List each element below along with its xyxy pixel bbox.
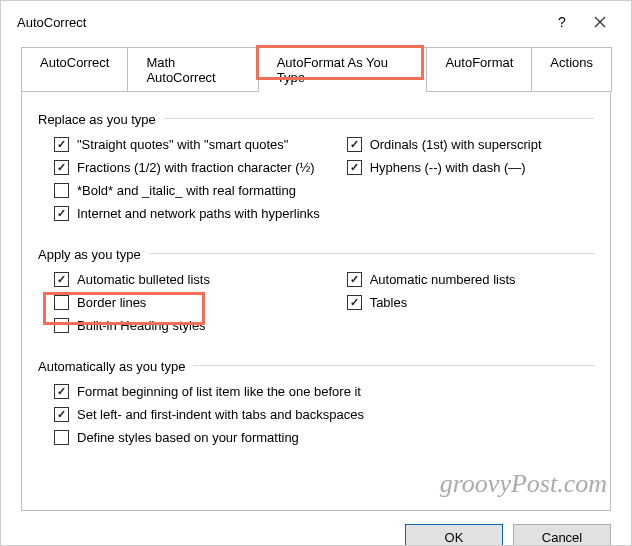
checkbox-border-lines[interactable]: Border lines bbox=[54, 295, 331, 310]
titlebar: AutoCorrect ? bbox=[1, 1, 631, 41]
checkbox-icon[interactable] bbox=[54, 407, 69, 422]
checkbox-icon[interactable] bbox=[54, 295, 69, 310]
checkbox-icon[interactable] bbox=[54, 272, 69, 287]
checkbox-ordinals[interactable]: Ordinals (1st) with superscript bbox=[347, 137, 594, 152]
checkbox-numbered-lists[interactable]: Automatic numbered lists bbox=[347, 272, 594, 287]
checkbox-set-indent[interactable]: Set left- and first-indent with tabs and… bbox=[54, 407, 594, 422]
checkbox-icon[interactable] bbox=[347, 272, 362, 287]
checkbox-tables[interactable]: Tables bbox=[347, 295, 594, 310]
checkbox-label: Set left- and first-indent with tabs and… bbox=[77, 407, 364, 422]
window-title: AutoCorrect bbox=[17, 15, 543, 30]
replace-right-column: Ordinals (1st) with superscript Hyphens … bbox=[331, 129, 594, 229]
checkbox-label: Ordinals (1st) with superscript bbox=[370, 137, 542, 152]
checkbox-label: Built-in Heading styles bbox=[77, 318, 206, 333]
checkbox-define-styles[interactable]: Define styles based on your formatting bbox=[54, 430, 594, 445]
close-icon bbox=[594, 16, 606, 28]
dialog-footer: OK Cancel bbox=[1, 524, 631, 546]
checkbox-heading-styles[interactable]: Built-in Heading styles bbox=[54, 318, 331, 333]
tab-autoformat-as-you-type[interactable]: AutoFormat As You Type bbox=[258, 47, 428, 92]
tab-panel: Replace as you type "Straight quotes" wi… bbox=[21, 91, 611, 511]
close-button[interactable] bbox=[581, 16, 619, 28]
divider bbox=[149, 253, 594, 254]
checkbox-straight-quotes[interactable]: "Straight quotes" with "smart quotes" bbox=[54, 137, 331, 152]
checkbox-label: *Bold* and _italic_ with real formatting bbox=[77, 183, 296, 198]
tab-autoformat[interactable]: AutoFormat bbox=[426, 47, 532, 92]
checkbox-icon[interactable] bbox=[347, 295, 362, 310]
checkbox-hyperlinks[interactable]: Internet and network paths with hyperlin… bbox=[54, 206, 331, 221]
checkbox-label: Format beginning of list item like the o… bbox=[77, 384, 361, 399]
checkbox-label: "Straight quotes" with "smart quotes" bbox=[77, 137, 288, 152]
checkbox-icon[interactable] bbox=[54, 160, 69, 175]
checkbox-bulleted-lists[interactable]: Automatic bulleted lists bbox=[54, 272, 331, 287]
section-auto-header: Automatically as you type bbox=[38, 355, 594, 376]
checkbox-bold-italic[interactable]: *Bold* and _italic_ with real formatting bbox=[54, 183, 331, 198]
checkbox-hyphens-dash[interactable]: Hyphens (--) with dash (—) bbox=[347, 160, 594, 175]
checkbox-label: Internet and network paths with hyperlin… bbox=[77, 206, 320, 221]
tab-actions[interactable]: Actions bbox=[531, 47, 612, 92]
section-replace-header: Replace as you type bbox=[38, 108, 594, 129]
replace-left-column: "Straight quotes" with "smart quotes" Fr… bbox=[38, 129, 331, 229]
checkbox-label: Border lines bbox=[77, 295, 146, 310]
checkbox-icon[interactable] bbox=[347, 137, 362, 152]
tab-math-autocorrect[interactable]: Math AutoCorrect bbox=[127, 47, 258, 92]
section-replace-label: Replace as you type bbox=[38, 112, 156, 127]
divider bbox=[193, 365, 594, 366]
section-apply-header: Apply as you type bbox=[38, 243, 594, 264]
checkbox-label: Define styles based on your formatting bbox=[77, 430, 299, 445]
checkbox-label: Fractions (1/2) with fraction character … bbox=[77, 160, 315, 175]
checkbox-icon[interactable] bbox=[54, 183, 69, 198]
checkbox-fractions[interactable]: Fractions (1/2) with fraction character … bbox=[54, 160, 331, 175]
section-auto-label: Automatically as you type bbox=[38, 359, 185, 374]
ok-button[interactable]: OK bbox=[405, 524, 503, 546]
checkbox-icon[interactable] bbox=[347, 160, 362, 175]
cancel-button[interactable]: Cancel bbox=[513, 524, 611, 546]
help-button[interactable]: ? bbox=[543, 14, 581, 30]
apply-right-column: Automatic numbered lists Tables bbox=[331, 264, 594, 341]
divider bbox=[164, 118, 594, 119]
checkbox-label: Hyphens (--) with dash (—) bbox=[370, 160, 526, 175]
checkbox-icon[interactable] bbox=[54, 318, 69, 333]
checkbox-label: Automatic bulleted lists bbox=[77, 272, 210, 287]
tab-autocorrect[interactable]: AutoCorrect bbox=[21, 47, 128, 92]
checkbox-icon[interactable] bbox=[54, 206, 69, 221]
checkbox-label: Tables bbox=[370, 295, 408, 310]
section-apply-label: Apply as you type bbox=[38, 247, 141, 262]
apply-left-column: Automatic bulleted lists Border lines Bu… bbox=[38, 264, 331, 341]
checkbox-icon[interactable] bbox=[54, 430, 69, 445]
checkbox-label: Automatic numbered lists bbox=[370, 272, 516, 287]
checkbox-icon[interactable] bbox=[54, 137, 69, 152]
tab-strip: AutoCorrect Math AutoCorrect AutoFormat … bbox=[21, 47, 611, 92]
checkbox-format-beginning[interactable]: Format beginning of list item like the o… bbox=[54, 384, 594, 399]
checkbox-icon[interactable] bbox=[54, 384, 69, 399]
